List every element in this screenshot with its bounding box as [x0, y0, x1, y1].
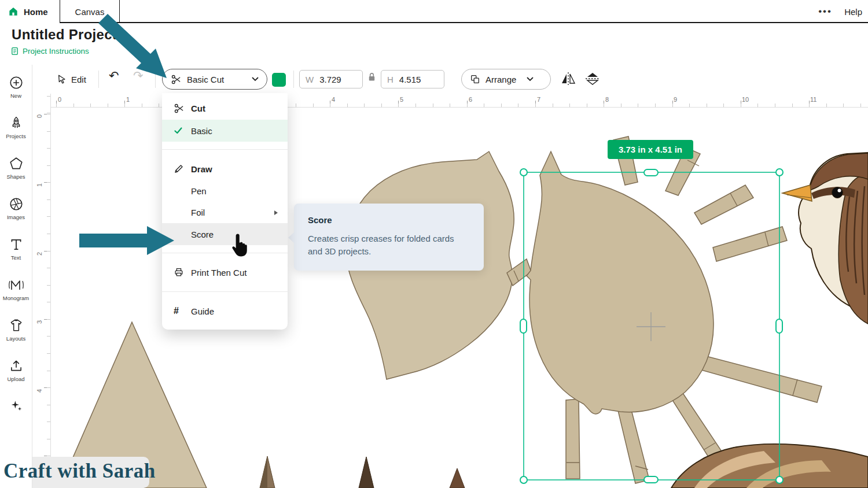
scissors-icon [174, 103, 185, 114]
sidebar-item-images[interactable]: Images [0, 197, 32, 220]
undo-button[interactable]: ↶ [109, 69, 119, 83]
tooltip-body: Creates crisp creases for folded cards a… [308, 232, 470, 258]
sidebar-item-new[interactable]: New [0, 75, 32, 99]
redo-icon: ↷ [133, 69, 144, 82]
home-icon [8, 6, 19, 17]
submenu-arrow-icon [274, 210, 278, 216]
lock-button[interactable] [367, 72, 377, 82]
selection-handle-n[interactable] [644, 169, 658, 176]
ruler-number: 0 [36, 114, 43, 118]
toolbar-separator [98, 71, 99, 88]
sidebar-item-label: Text [11, 254, 21, 261]
ruler-number: 7 [537, 96, 540, 103]
menu-label-score: Score [191, 230, 214, 239]
menu-divider [162, 149, 288, 150]
ruler-number: 6 [469, 96, 472, 103]
toolbar-separator [293, 71, 294, 88]
ruler-number: 9 [674, 96, 677, 103]
sidebar-item-shapes[interactable]: Shapes [0, 156, 32, 180]
printer-icon [174, 267, 184, 278]
aperture-icon [9, 197, 24, 212]
menu-item-score[interactable]: Score [162, 223, 288, 245]
operation-label: Basic Cut [187, 75, 224, 84]
tree-shapes[interactable] [260, 456, 465, 488]
help-label: Help [844, 7, 862, 17]
tab-canvas[interactable]: Canvas [60, 0, 120, 23]
sidebar-item-projects[interactable]: Projects [0, 116, 32, 139]
sparkle-icon [10, 399, 23, 412]
menu-label-pen: Pen [191, 186, 207, 196]
sidebar-item-monogram[interactable]: Monogram [0, 278, 32, 301]
sidebar-item-label: Shapes [6, 173, 25, 180]
menu-divider [162, 253, 288, 253]
redo-button[interactable]: ↷ [133, 69, 144, 83]
sidebar-item-upload[interactable]: Upload [0, 358, 32, 382]
selection-handle-ne[interactable] [776, 169, 783, 176]
sidebar-item-more[interactable] [0, 399, 32, 412]
ruler-vertical: 0 1 2 3 4 [32, 94, 51, 488]
document-icon [10, 47, 19, 56]
width-input[interactable] [318, 74, 354, 85]
menu-header-cut: Cut [162, 97, 288, 120]
menu-item-pen[interactable]: Pen [162, 180, 288, 202]
size-badge-label: 3.73 in x 4.51 in [619, 145, 682, 154]
pentagon-icon [9, 156, 24, 171]
project-instructions-link[interactable]: Project Instructions [10, 47, 89, 56]
chevron-down-icon [527, 77, 534, 82]
zoom-panel[interactable] [16, 457, 149, 488]
ruler-number: 8 [605, 96, 609, 103]
sidebar-item-label: New [10, 93, 21, 99]
sidebar-item-layouts[interactable]: Layouts [0, 318, 32, 342]
menu-label-print-then-cut: Print Then Cut [191, 268, 247, 278]
menu-label-draw: Draw [191, 164, 212, 174]
upload-icon [9, 358, 24, 374]
ellipsis-icon: ••• [818, 6, 832, 17]
selection-handle-s[interactable] [644, 476, 658, 483]
help-button[interactable]: Help [844, 0, 862, 23]
height-input[interactable] [398, 74, 434, 85]
scissors-icon [171, 74, 182, 85]
bird-template-selected[interactable] [507, 136, 822, 483]
tab-home[interactable]: Home [0, 0, 60, 23]
edit-button[interactable]: Edit [57, 70, 86, 88]
toolbar: Edit ↶ ↷ Basic Cut W H Arrange [51, 65, 868, 94]
menu-item-print-then-cut[interactable]: Print Then Cut [162, 261, 288, 284]
color-swatch[interactable] [272, 73, 286, 87]
selection-handle-sw[interactable] [520, 476, 527, 483]
check-icon [174, 126, 183, 135]
new-icon [9, 75, 24, 90]
selection-handle-nw[interactable] [520, 169, 527, 176]
selection-handle-se[interactable] [776, 476, 783, 483]
more-menu-button[interactable]: ••• [818, 0, 832, 23]
undo-icon: ↶ [109, 69, 119, 82]
ruler-number: 4 [332, 96, 335, 103]
menu-label-cut: Cut [191, 103, 205, 113]
tab-canvas-label: Canvas [75, 7, 105, 17]
selection-handle-w[interactable] [520, 319, 527, 333]
arrange-icon [470, 74, 480, 84]
sidebar-item-label: Images [7, 214, 25, 220]
flip-vertical-button[interactable] [584, 72, 601, 86]
top-bar: Home Canvas ••• Help [0, 0, 868, 23]
operation-dropdown[interactable]: Basic Cut [162, 69, 267, 90]
sparrow-image[interactable] [782, 153, 868, 324]
menu-label-foil: Foil [191, 208, 205, 217]
menu-divider [162, 291, 288, 292]
arrange-dropdown[interactable]: Arrange [461, 69, 551, 90]
width-label: W [306, 75, 314, 84]
menu-item-foil[interactable]: Foil [162, 202, 288, 223]
flip-vertical-icon [584, 72, 601, 86]
sidebar-item-text[interactable]: Text [0, 237, 32, 261]
ruler-number: 5 [400, 96, 403, 103]
flip-horizontal-button[interactable] [560, 72, 576, 86]
flip-horizontal-icon [560, 72, 576, 86]
pencil-icon [174, 164, 184, 174]
score-tooltip: Score Creates crisp creases for folded c… [294, 204, 484, 271]
bird-image-partial[interactable] [671, 444, 868, 488]
sidebar-item-label: Layouts [6, 335, 25, 342]
menu-item-basic[interactable]: Basic [162, 120, 288, 142]
selection-handle-e[interactable] [776, 319, 782, 333]
menu-item-guide[interactable]: # Guide [162, 300, 288, 323]
menu-header-draw: Draw [162, 157, 288, 180]
topbar-divider [60, 22, 868, 23]
